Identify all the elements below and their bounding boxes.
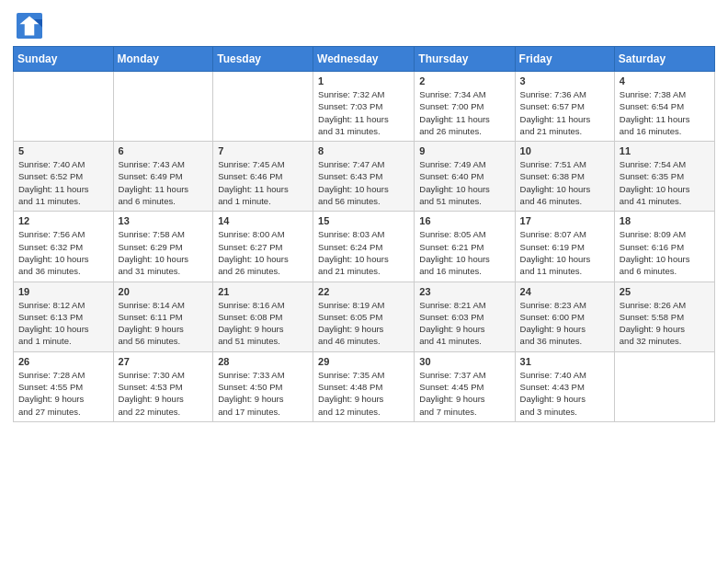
day-info: Sunrise: 7:38 AM Sunset: 6:54 PM Dayligh… [620,88,710,137]
day-cell-4-2: 20Sunrise: 8:14 AM Sunset: 6:11 PM Dayli… [113,282,213,351]
day-info: Sunrise: 7:43 AM Sunset: 6:49 PM Dayligh… [119,158,209,207]
day-info: Sunrise: 8:16 AM Sunset: 6:08 PM Dayligh… [218,299,308,348]
weekday-header-wednesday: Wednesday [313,47,415,72]
weekday-header-sunday: Sunday [14,47,114,72]
day-info: Sunrise: 8:12 AM Sunset: 6:13 PM Dayligh… [18,299,108,348]
day-cell-1-5: 2Sunrise: 7:34 AM Sunset: 7:00 PM Daylig… [415,72,515,142]
day-cell-5-2: 27Sunrise: 7:30 AM Sunset: 4:53 PM Dayli… [113,351,213,421]
day-cell-2-7: 11Sunrise: 7:54 AM Sunset: 6:35 PM Dayli… [614,142,714,212]
day-number: 6 [119,145,209,156]
day-number: 12 [18,215,108,226]
day-number: 20 [119,286,209,297]
day-cell-3-1: 12Sunrise: 7:56 AM Sunset: 6:32 PM Dayli… [14,212,114,282]
day-number: 22 [318,286,409,297]
day-info: Sunrise: 7:33 AM Sunset: 4:50 PM Dayligh… [218,369,308,418]
day-cell-3-3: 14Sunrise: 8:00 AM Sunset: 6:27 PM Dayli… [213,212,313,282]
day-cell-2-6: 10Sunrise: 7:51 AM Sunset: 6:38 PM Dayli… [515,142,614,212]
day-number: 19 [18,286,108,297]
day-number: 15 [318,215,409,226]
day-cell-1-6: 3Sunrise: 7:36 AM Sunset: 6:57 PM Daylig… [515,72,614,142]
day-number: 8 [318,145,409,156]
day-number: 4 [620,75,710,86]
day-cell-4-6: 24Sunrise: 8:23 AM Sunset: 6:00 PM Dayli… [515,282,614,351]
day-cell-5-5: 30Sunrise: 7:37 AM Sunset: 4:45 PM Dayli… [415,351,515,421]
day-info: Sunrise: 7:28 AM Sunset: 4:55 PM Dayligh… [18,369,108,418]
day-number: 17 [520,215,609,226]
day-number: 30 [419,356,509,367]
day-number: 16 [419,215,509,226]
day-cell-3-2: 13Sunrise: 7:58 AM Sunset: 6:29 PM Dayli… [113,212,213,282]
day-cell-3-7: 18Sunrise: 8:09 AM Sunset: 6:16 PM Dayli… [614,212,714,282]
day-info: Sunrise: 7:58 AM Sunset: 6:29 PM Dayligh… [119,228,209,277]
day-info: Sunrise: 7:56 AM Sunset: 6:32 PM Dayligh… [18,228,108,277]
header [0,0,728,46]
day-info: Sunrise: 8:07 AM Sunset: 6:19 PM Dayligh… [520,228,609,277]
day-cell-1-4: 1Sunrise: 7:32 AM Sunset: 7:03 PM Daylig… [313,72,415,142]
day-info: Sunrise: 8:26 AM Sunset: 5:58 PM Dayligh… [620,299,710,348]
logo-icon [17,13,42,39]
day-number: 25 [620,286,710,297]
day-cell-4-5: 23Sunrise: 8:21 AM Sunset: 6:03 PM Dayli… [415,282,515,351]
day-cell-3-4: 15Sunrise: 8:03 AM Sunset: 6:24 PM Dayli… [313,212,415,282]
day-info: Sunrise: 7:36 AM Sunset: 6:57 PM Dayligh… [520,88,609,137]
day-number: 29 [318,356,409,367]
day-cell-5-3: 28Sunrise: 7:33 AM Sunset: 4:50 PM Dayli… [213,351,313,421]
day-cell-3-6: 17Sunrise: 8:07 AM Sunset: 6:19 PM Dayli… [515,212,614,282]
day-cell-5-4: 29Sunrise: 7:35 AM Sunset: 4:48 PM Dayli… [313,351,415,421]
day-info: Sunrise: 7:34 AM Sunset: 7:00 PM Dayligh… [419,88,509,137]
weekday-header-row: SundayMondayTuesdayWednesdayThursdayFrid… [14,47,715,72]
day-info: Sunrise: 7:54 AM Sunset: 6:35 PM Dayligh… [620,158,710,207]
day-info: Sunrise: 8:21 AM Sunset: 6:03 PM Dayligh… [419,299,509,348]
weekday-header-monday: Monday [113,47,213,72]
day-cell-2-2: 6Sunrise: 7:43 AM Sunset: 6:49 PM Daylig… [113,142,213,212]
day-number: 7 [218,145,308,156]
day-number: 28 [218,356,308,367]
day-cell-2-4: 8Sunrise: 7:47 AM Sunset: 6:43 PM Daylig… [313,142,415,212]
day-cell-2-1: 5Sunrise: 7:40 AM Sunset: 6:52 PM Daylig… [14,142,114,212]
day-number: 3 [520,75,609,86]
day-info: Sunrise: 7:51 AM Sunset: 6:38 PM Dayligh… [520,158,609,207]
day-info: Sunrise: 8:09 AM Sunset: 6:16 PM Dayligh… [620,228,710,277]
day-number: 13 [119,215,209,226]
day-number: 2 [419,75,509,86]
day-cell-3-5: 16Sunrise: 8:05 AM Sunset: 6:21 PM Dayli… [415,212,515,282]
day-info: Sunrise: 8:03 AM Sunset: 6:24 PM Dayligh… [318,228,409,277]
day-number: 23 [419,286,509,297]
day-info: Sunrise: 7:40 AM Sunset: 6:52 PM Dayligh… [18,158,108,207]
day-number: 27 [119,356,209,367]
day-number: 24 [520,286,609,297]
weekday-header-thursday: Thursday [415,47,515,72]
day-info: Sunrise: 7:32 AM Sunset: 7:03 PM Dayligh… [318,88,409,137]
day-cell-1-3 [213,72,313,142]
day-info: Sunrise: 7:35 AM Sunset: 4:48 PM Dayligh… [318,369,409,418]
page: SundayMondayTuesdayWednesdayThursdayFrid… [0,0,728,563]
day-cell-5-7 [614,351,714,421]
day-info: Sunrise: 7:40 AM Sunset: 4:43 PM Dayligh… [520,369,609,418]
day-cell-2-3: 7Sunrise: 7:45 AM Sunset: 6:46 PM Daylig… [213,142,313,212]
day-number: 9 [419,145,509,156]
day-cell-4-7: 25Sunrise: 8:26 AM Sunset: 5:58 PM Dayli… [614,282,714,351]
week-row-4: 19Sunrise: 8:12 AM Sunset: 6:13 PM Dayli… [14,282,715,351]
day-info: Sunrise: 8:23 AM Sunset: 6:00 PM Dayligh… [520,299,609,348]
day-cell-1-7: 4Sunrise: 7:38 AM Sunset: 6:54 PM Daylig… [614,72,714,142]
week-row-5: 26Sunrise: 7:28 AM Sunset: 4:55 PM Dayli… [14,351,715,421]
day-cell-1-2 [113,72,213,142]
day-info: Sunrise: 8:19 AM Sunset: 6:05 PM Dayligh… [318,299,409,348]
day-info: Sunrise: 8:00 AM Sunset: 6:27 PM Dayligh… [218,228,308,277]
day-cell-2-5: 9Sunrise: 7:49 AM Sunset: 6:40 PM Daylig… [415,142,515,212]
day-number: 10 [520,145,609,156]
day-cell-4-1: 19Sunrise: 8:12 AM Sunset: 6:13 PM Dayli… [14,282,114,351]
day-info: Sunrise: 7:37 AM Sunset: 4:45 PM Dayligh… [419,369,509,418]
day-info: Sunrise: 8:14 AM Sunset: 6:11 PM Dayligh… [119,299,209,348]
day-info: Sunrise: 7:45 AM Sunset: 6:46 PM Dayligh… [218,158,308,207]
day-cell-4-4: 22Sunrise: 8:19 AM Sunset: 6:05 PM Dayli… [313,282,415,351]
day-info: Sunrise: 7:30 AM Sunset: 4:53 PM Dayligh… [119,369,209,418]
week-row-3: 12Sunrise: 7:56 AM Sunset: 6:32 PM Dayli… [14,212,715,282]
day-cell-5-6: 31Sunrise: 7:40 AM Sunset: 4:43 PM Dayli… [515,351,614,421]
day-number: 1 [318,75,409,86]
day-info: Sunrise: 8:05 AM Sunset: 6:21 PM Dayligh… [419,228,509,277]
day-number: 11 [620,145,710,156]
day-cell-5-1: 26Sunrise: 7:28 AM Sunset: 4:55 PM Dayli… [14,351,114,421]
day-number: 31 [520,356,609,367]
weekday-header-friday: Friday [515,47,614,72]
